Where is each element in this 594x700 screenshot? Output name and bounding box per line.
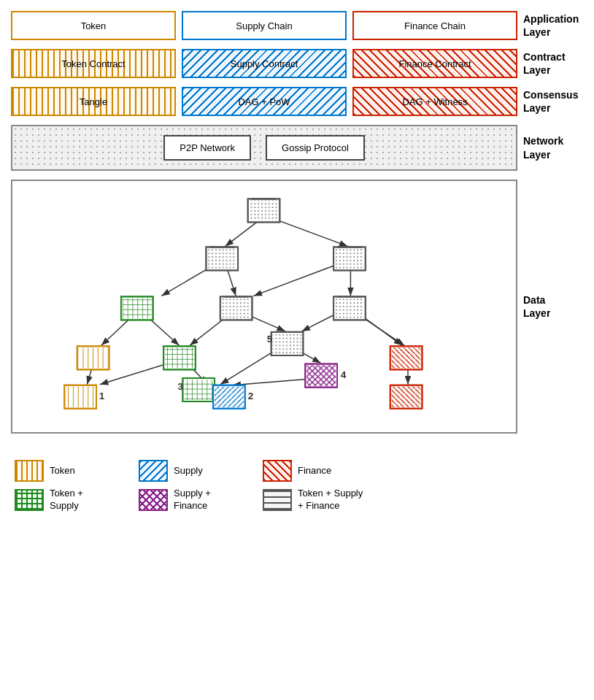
supply-chain-app-box: Supply Chain — [182, 11, 347, 40]
legend-supply-icon — [139, 460, 168, 482]
data-layer-row: 5 4 1 — [11, 180, 583, 434]
svg-rect-48 — [165, 347, 194, 368]
legend-token: Token — [15, 460, 117, 482]
dag-pow-box: DAG + PoW — [182, 87, 347, 116]
svg-text:3: 3 — [178, 381, 184, 392]
dag-witness-label: DAG + Witness — [402, 96, 467, 107]
svg-rect-51 — [273, 334, 302, 354]
svg-line-5 — [253, 263, 342, 296]
svg-rect-67 — [184, 380, 213, 400]
legend-token-label: Token — [50, 465, 75, 477]
finance-contract-box: Finance Contract — [352, 49, 517, 78]
data-layer-label: DataLayer — [517, 180, 583, 434]
svg-rect-22 — [250, 200, 279, 220]
p2p-network-box: P2P Network — [163, 135, 251, 161]
supply-contract-label: Supply Contract — [231, 58, 298, 69]
legend-token-supply-label: Token +Supply — [50, 488, 83, 512]
contract-boxes: Token Contract Supply Contract Finance C… — [11, 49, 517, 78]
dag-pow-label: DAG + PoW — [238, 96, 290, 107]
gossip-protocol-label: Gossip Protocol — [282, 142, 349, 153]
legend-all-label: Token + Supply+ Finance — [298, 488, 363, 512]
svg-text:2: 2 — [248, 391, 254, 401]
svg-rect-41 — [335, 298, 364, 318]
svg-rect-71 — [215, 387, 244, 407]
consensus-boxes: Tangle DAG + PoW DAG + Witness — [11, 87, 517, 116]
data-layer-container: 5 4 1 — [11, 180, 517, 434]
svg-rect-60 — [392, 347, 421, 368]
legend-supply: Supply — [139, 460, 241, 482]
legend-supply-label: Supply — [174, 465, 203, 477]
token-contract-label: Token Contract — [61, 58, 125, 69]
supply-chain-app-label: Supply Chain — [236, 20, 292, 31]
data-layer-content: 5 4 1 — [11, 180, 517, 434]
legend-supply-finance: Supply +Finance — [139, 488, 241, 512]
svg-rect-26 — [207, 248, 236, 269]
svg-text:1: 1 — [99, 391, 105, 401]
legend-finance: Finance — [263, 460, 365, 482]
legend-supply-finance-icon — [139, 489, 168, 511]
finance-chain-app-box: Finance Chain — [352, 11, 517, 40]
token-contract-box: Token Contract — [11, 49, 176, 78]
p2p-network-label: P2P Network — [180, 142, 235, 153]
legend-finance-icon — [263, 460, 292, 482]
legend: Token Supply Finance Token +Supply Suppl… — [7, 453, 587, 520]
gossip-protocol-box: Gossip Protocol — [266, 135, 365, 161]
legend-token-supply: Token +Supply — [15, 488, 117, 512]
application-layer-label: ApplicationLayer — [517, 11, 583, 40]
svg-text:5: 5 — [267, 334, 273, 345]
svg-rect-45 — [79, 347, 108, 368]
finance-chain-app-label: Finance Chain — [404, 20, 466, 31]
dag-diagram: 5 4 1 — [23, 192, 505, 418]
svg-rect-34 — [123, 298, 152, 318]
application-layer-row: Token Supply Chain Finance Chain Applica… — [11, 11, 583, 40]
svg-rect-30 — [335, 248, 364, 269]
token-app-label: Token — [81, 20, 107, 31]
consensus-layer-label: ConsensusLayer — [517, 87, 583, 116]
svg-text:4: 4 — [341, 369, 347, 380]
tangle-box: Tangle — [11, 87, 176, 116]
network-dotted-area: P2P Network Gossip Protocol — [11, 125, 517, 171]
network-layer-row: P2P Network Gossip Protocol NetworkLayer — [11, 125, 583, 171]
tangle-label: Tangle — [80, 96, 107, 107]
legend-supply-finance-label: Supply +Finance — [174, 488, 211, 512]
token-app-box: Token — [11, 11, 176, 40]
svg-rect-56 — [306, 366, 336, 386]
svg-rect-37 — [222, 298, 251, 318]
contract-layer-row: Token Contract Supply Contract Finance C… — [11, 49, 583, 78]
legend-row-1: Token Supply Finance — [15, 460, 579, 482]
legend-token-icon — [15, 460, 44, 482]
network-layer-label: NetworkLayer — [517, 125, 583, 171]
application-boxes: Token Supply Chain Finance Chain — [11, 11, 517, 40]
legend-all-icon — [263, 489, 292, 511]
svg-rect-63 — [66, 387, 95, 407]
legend-row-2: Token +Supply Supply +Finance Token + Su… — [15, 488, 579, 512]
legend-finance-label: Finance — [298, 465, 331, 477]
contract-layer-label: ContractLayer — [517, 49, 583, 78]
legend-token-supply-icon — [15, 489, 44, 511]
consensus-layer-row: Tangle DAG + PoW DAG + Witness Consensus… — [11, 87, 583, 116]
svg-rect-75 — [392, 387, 421, 407]
network-section: P2P Network Gossip Protocol — [11, 125, 517, 171]
dag-witness-box: DAG + Witness — [352, 87, 517, 116]
legend-all: Token + Supply+ Finance — [263, 488, 365, 512]
supply-contract-box: Supply Contract — [182, 49, 347, 78]
finance-contract-label: Finance Contract — [399, 58, 471, 69]
